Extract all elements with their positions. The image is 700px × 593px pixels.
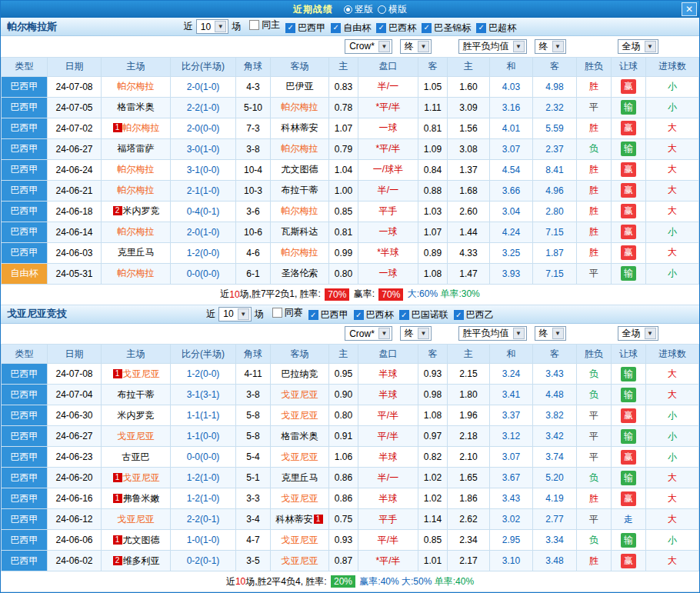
asia-time-select[interactable]: 终▼	[400, 39, 432, 54]
card-count-badge: 2	[113, 206, 122, 215]
corners-cell: 3-8	[236, 138, 271, 159]
handicap-lose-badge: 输	[621, 266, 636, 281]
away-team-cell: 帕尔梅拉	[271, 97, 329, 118]
filter-checkbox-巴国诺联[interactable]: ✓巴国诺联	[399, 308, 448, 321]
summary-segment: 单率:40%	[432, 575, 474, 588]
euro-draw-odds: 2.95	[490, 530, 533, 551]
date-cell: 24-06-18	[48, 201, 102, 222]
bookmaker-select[interactable]: Crow*▼	[345, 326, 392, 341]
asia-home-odds: 0.99	[329, 242, 358, 263]
layout-radio-横版[interactable]: 横版	[378, 3, 407, 16]
table-row: 自由杯24-05-31帕尔梅拉0-0(0-0)6-1圣洛伦索0.80一球1.08…	[2, 263, 699, 284]
filter-checkbox-自由杯[interactable]: ✓自由杯	[331, 22, 371, 35]
euro-time-select[interactable]: 终▼	[535, 326, 566, 341]
corners-cell: 10-3	[236, 180, 271, 201]
matches-table: Crow*▼ 终▼ 胜平负均值▼ 终▼ 全场▼	[1, 36, 699, 285]
home-team-name: 格雷米奥	[118, 102, 155, 112]
home-team-name: 戈亚尼亚	[123, 472, 160, 483]
scope-select[interactable]: 全场▼	[618, 326, 658, 341]
handicap-win-badge: 赢	[621, 121, 636, 135]
team-section-palmeiras: 帕尔梅拉斯 近 10▼ 场 同主✓巴西甲✓自由杯✓巴西杯✓巴圣锦标✓巴超杯 Cr…	[1, 18, 699, 305]
handicap-lose-badge: 输	[621, 533, 636, 548]
chevron-down-icon: ▼	[645, 328, 656, 339]
radio-icon	[344, 5, 352, 14]
score-cell: 1-0(1-0)	[171, 530, 236, 551]
column-header: 客	[418, 57, 448, 76]
date-cell: 24-06-12	[48, 509, 102, 530]
asia-time-select[interactable]: 终▼	[400, 326, 432, 341]
handicap-lose-badge: 输	[621, 100, 636, 115]
filter-checkbox-巴超杯[interactable]: ✓巴超杯	[476, 22, 516, 35]
euro-home-odds: 2.10	[448, 447, 490, 468]
filter-checkbox-巴西甲[interactable]: ✓巴西甲	[308, 308, 348, 321]
euro-home-odds: 2.62	[448, 509, 490, 530]
euro-time-select[interactable]: 终▼	[535, 39, 566, 54]
home-team-name: 米内罗竞	[118, 410, 155, 421]
euro-odds-select[interactable]: 胜平负均值▼	[458, 326, 527, 341]
filter-checkbox-巴西杯[interactable]: ✓巴西杯	[376, 22, 416, 35]
home-team-cell: 格雷米奥	[102, 97, 171, 118]
type-cell: 巴西甲	[2, 509, 48, 530]
goals-cell: 小	[646, 530, 699, 551]
away-team-name: 克里丘马	[282, 472, 318, 483]
away-team-name: 瓦斯科达	[282, 226, 318, 237]
filter-bar: 近 10▼ 场 同主✓巴西甲✓自由杯✓巴西杯✓巴圣锦标✓巴超杯	[1, 18, 699, 35]
near-label: 近	[206, 308, 215, 321]
score-cell: 1-2(1-0)	[171, 468, 236, 488]
home-team-cell: 戈亚尼亚	[102, 509, 171, 530]
column-header: 日期	[48, 57, 102, 76]
euro-odds-value: 胜平负均值	[463, 40, 509, 53]
scope-select[interactable]: 全场▼	[618, 39, 658, 54]
handicap-result-cell: 赢	[612, 222, 646, 242]
filter-checkbox-巴西甲[interactable]: ✓巴西甲	[285, 22, 325, 35]
column-header: 和	[490, 57, 533, 76]
away-team-name: 戈亚尼亚	[282, 555, 318, 566]
result-cell: 平	[577, 509, 612, 530]
table-row: 巴西甲24-06-23古亚巴0-0(0-0)5-4戈亚尼亚1.06半球0.822…	[2, 447, 699, 468]
score-cell: 0-0(0-0)	[171, 263, 236, 284]
euro-away-odds: 3.82	[533, 405, 577, 426]
euro-home-odds: 1.56	[448, 118, 490, 138]
recent-count-select[interactable]: 10▼	[196, 19, 228, 34]
filter-checkbox-同主[interactable]: 同主	[249, 18, 280, 32]
layout-radio-group: 竖版横版	[339, 3, 407, 16]
away-team-name: 科林蒂安	[282, 122, 318, 133]
chevron-down-icon: ▼	[645, 41, 656, 52]
result-cell: 平	[577, 263, 612, 284]
home-team-name: 帕尔梅拉	[118, 81, 155, 92]
score-cell: 0-0(0-0)	[171, 447, 236, 468]
result-cell: 胜	[577, 76, 612, 97]
bookmaker-select[interactable]: Crow*▼	[345, 39, 392, 54]
euro-odds-select[interactable]: 胜平负均值▼	[458, 39, 527, 54]
close-button[interactable]: ✕	[682, 2, 697, 16]
table-row: 巴西甲24-06-022维多利亚0-2(0-1)3-5戈亚尼亚0.87*平/半1…	[2, 551, 699, 571]
recent-count-select[interactable]: 10▼	[218, 307, 251, 321]
team-name: 帕尔梅拉斯	[7, 20, 57, 34]
euro-home-odds: 2.34	[448, 530, 490, 551]
home-team-cell: 1帕尔梅拉	[102, 118, 171, 138]
asia-home-odds: 0.81	[329, 222, 358, 242]
summary-segment: 近	[226, 575, 235, 588]
away-team-cell: 戈亚尼亚	[271, 405, 329, 426]
asia-away-odds: 1.01	[418, 551, 448, 571]
result-cell: 负	[577, 468, 612, 488]
filter-checkbox-巴西乙[interactable]: ✓巴西乙	[454, 308, 494, 321]
away-team-cell: 格雷米奥	[271, 426, 329, 447]
home-team-cell: 古亚巴	[102, 447, 171, 468]
handicap-win-badge: 赢	[621, 408, 636, 423]
filter-checkbox-巴圣锦标[interactable]: ✓巴圣锦标	[422, 22, 471, 35]
corners-cell: 10-6	[236, 222, 271, 242]
result-cell: 负	[577, 364, 612, 385]
euro-draw-odds: 3.93	[490, 263, 533, 284]
checkbox-label: 巴西杯	[366, 308, 394, 321]
home-team-cell: 帕尔梅拉	[102, 180, 171, 201]
card-count-badge: 1	[113, 535, 122, 545]
checkbox-checked-icon: ✓	[422, 23, 432, 33]
recent-results-window: 近期战绩 竖版横版 ✕ 帕尔梅拉斯 近 10▼ 场 同主✓巴西甲✓自由杯✓巴西杯…	[0, 0, 700, 593]
filter-checkbox-同赛[interactable]: 同赛	[272, 306, 303, 319]
checkbox-checked-icon: ✓	[308, 310, 318, 320]
filter-checkbox-巴西杯[interactable]: ✓巴西杯	[354, 308, 394, 321]
score-cell: 1-2(0-0)	[171, 242, 236, 263]
checkbox-label: 同主	[262, 18, 280, 32]
layout-radio-竖版[interactable]: 竖版	[344, 3, 373, 16]
